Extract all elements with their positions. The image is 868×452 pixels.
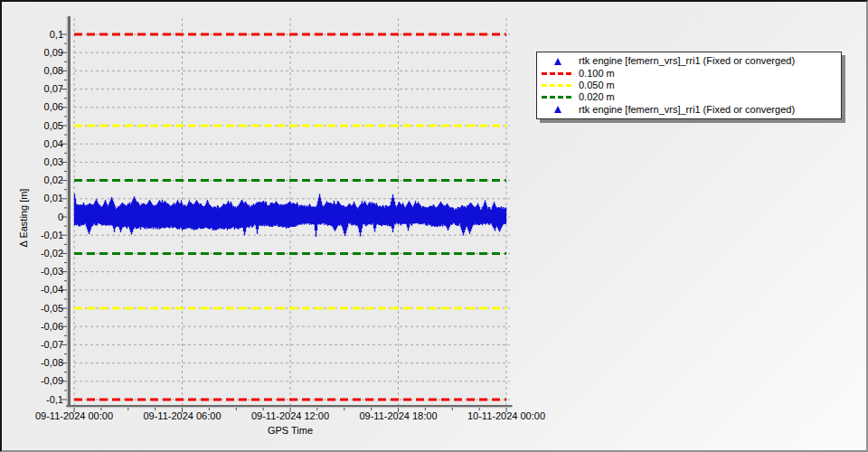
legend-entry: 0.050 m: [537, 80, 841, 91]
legend: rtk engine [femern_vrs]_rri1 (Fixed or c…: [536, 52, 842, 119]
legend-entry-label: 0.100 m: [579, 68, 615, 80]
y-tick-label: -0,05: [22, 303, 63, 315]
y-axis-title: Δ Easting [m]: [18, 189, 29, 248]
y-tick-label: 0,04: [22, 138, 63, 150]
legend-entry-label: 0.020 m: [579, 91, 615, 103]
y-tick-label: -0,03: [22, 266, 63, 278]
y-tick-label: -0,08: [22, 357, 63, 369]
dashed-line-swatch-icon: [537, 96, 579, 99]
dashed-line-swatch-icon: [537, 72, 579, 75]
x-tick-label: 09-11-2024 00:00: [14, 410, 134, 422]
legend-entry-label: 0.050 m: [579, 80, 615, 91]
legend-entry-label: rtk engine [femern_vrs]_rri1 (Fixed or c…: [579, 104, 795, 116]
legend-entry: rtk engine [femern_vrs]_rri1 (Fixed or c…: [537, 55, 841, 67]
legend-entry-label: rtk engine [femern_vrs]_rri1 (Fixed or c…: [579, 55, 795, 67]
dashed-line-swatch-icon: [542, 72, 574, 75]
y-tick-label: 0,08: [22, 65, 63, 77]
y-tick-label: 0,07: [22, 83, 63, 95]
triangle-marker-icon: [537, 58, 579, 65]
triangle-marker-icon: [554, 58, 561, 65]
y-tick-label: 0,06: [22, 101, 63, 113]
x-tick-label: 09-11-2024 06:00: [123, 410, 242, 422]
y-tick-label: 0,1: [22, 29, 63, 41]
legend-entry: rtk engine [femern_vrs]_rri1 (Fixed or c…: [537, 104, 841, 116]
y-tick-label: 0,03: [22, 156, 63, 168]
chart-frame: 0,10,090,080,070,060,050,040,030,020,010…: [0, 0, 868, 452]
x-tick-label: 09-11-2024 18:00: [339, 410, 458, 422]
y-tick-label: 0,02: [22, 174, 63, 186]
y-tick-label: 0,09: [22, 47, 63, 59]
dashed-line-swatch-icon: [537, 84, 579, 87]
y-tick-label: 0,05: [22, 120, 63, 132]
y-tick-label: -0,02: [22, 248, 63, 259]
legend-entry: 0.100 m: [537, 67, 841, 79]
legend-entry: 0.020 m: [537, 91, 841, 103]
x-tick-label: 10-11-2024 00:00: [447, 410, 566, 422]
y-tick-label: -0,09: [22, 375, 63, 387]
y-tick-label: -0,1: [22, 394, 63, 406]
triangle-marker-icon: [554, 106, 561, 113]
x-axis-title: GPS Time: [268, 425, 313, 436]
dashed-line-swatch-icon: [542, 84, 574, 87]
y-tick-label: -0,06: [22, 321, 63, 333]
y-tick-label: -0,04: [22, 284, 63, 296]
x-tick-label: 09-11-2024 12:00: [231, 410, 350, 422]
dashed-line-swatch-icon: [542, 96, 574, 99]
triangle-marker-icon: [537, 106, 579, 113]
y-tick-label: -0,07: [22, 339, 63, 351]
